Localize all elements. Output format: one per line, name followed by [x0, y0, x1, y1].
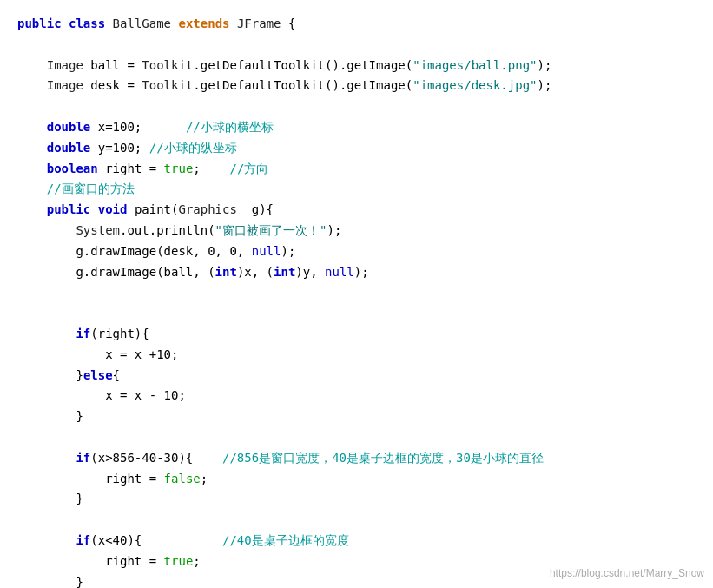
watermark-text: https://blog.csdn.net/Marry_Snow [550, 567, 704, 579]
code-content: public class BallGame extends JFrame { I… [17, 14, 696, 588]
code-editor: public class BallGame extends JFrame { I… [0, 0, 713, 588]
